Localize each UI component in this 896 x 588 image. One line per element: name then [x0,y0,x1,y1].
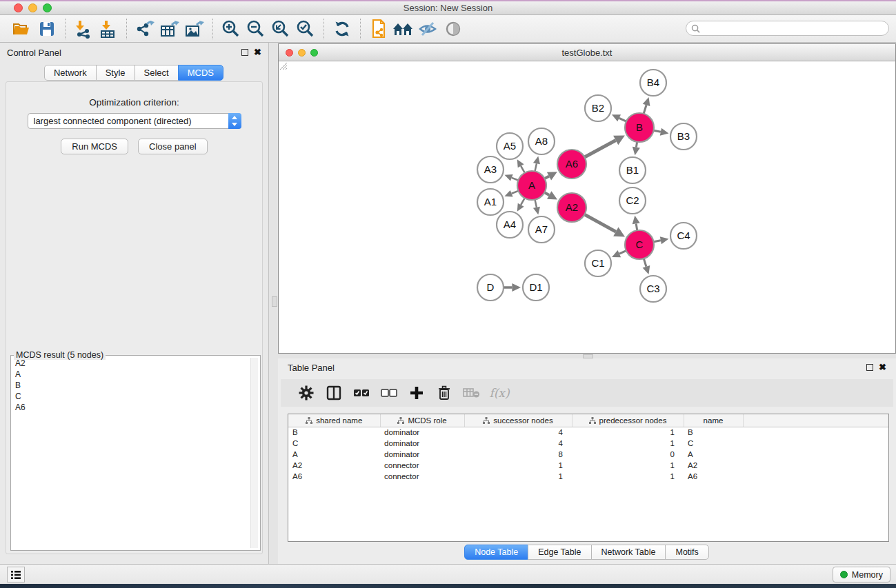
graph-edge-A-A6[interactable] [545,176,549,179]
table-cell[interactable]: 1 [572,460,684,471]
import-table-button[interactable] [96,17,121,41]
table-cell[interactable]: 1 [572,427,684,438]
close-window-button[interactable] [14,3,23,12]
open-session-button[interactable] [10,17,34,41]
table-cell[interactable]: B [684,427,743,438]
table-cell[interactable]: A [288,449,380,460]
zoom-fit-button[interactable] [268,17,293,41]
mcds-result-item[interactable]: C [13,391,258,402]
graph-edge-A-A3[interactable] [512,178,519,181]
close-panel-icon[interactable]: ✖ [254,49,261,56]
graph-edge-C-C4[interactable] [654,241,661,242]
show-all-button[interactable] [391,17,416,41]
table-options-button[interactable] [297,384,315,402]
tab-style[interactable]: Style [96,65,135,81]
tab-node-table[interactable]: Node Table [464,545,528,560]
graph-edge-C-C3[interactable] [644,258,646,267]
graph-edge-A-A5[interactable] [521,166,525,173]
maximize-window-button[interactable] [43,3,52,12]
tab-network-table[interactable]: Network Table [591,545,666,560]
table-row[interactable]: Cdominator41C [288,438,888,449]
close-panel-button[interactable]: Close panel [138,139,208,154]
graph-edge-A-A1[interactable] [512,191,519,194]
graph-edge-A-A2[interactable] [544,192,549,195]
graph-edge-C-C1[interactable] [619,251,626,254]
select-all-columns-button[interactable] [352,384,370,402]
graph-edge-B-B3[interactable] [654,130,661,132]
minimize-window-button[interactable] [28,3,37,12]
table-cell[interactable]: 8 [464,449,572,460]
node-table[interactable]: shared nameMCDS rolesuccessor nodesprede… [288,414,889,542]
tab-motifs[interactable]: Motifs [665,545,708,560]
column-header-predecessor-nodes[interactable]: predecessor nodes [572,414,684,427]
network-window-titlebar[interactable]: testGlobe.txt [279,44,895,61]
table-cell[interactable]: A [684,449,743,460]
search-box[interactable] [686,21,889,36]
delete-table-button[interactable] [463,384,481,402]
table-cell[interactable]: 1 [572,471,684,482]
search-input[interactable] [700,22,888,34]
graph-edge-B-B2[interactable] [619,118,626,121]
show-hidden-button[interactable] [441,17,466,41]
export-table-button[interactable] [157,17,182,41]
show-columns-button[interactable] [325,384,343,402]
refresh-button[interactable] [330,17,355,41]
memory-button[interactable]: Memory [833,567,890,582]
table-row[interactable]: Adominator80A [288,449,888,460]
import-network-button[interactable] [71,17,96,41]
run-mcds-button[interactable]: Run MCDS [61,139,128,154]
unselect-all-columns-button[interactable] [380,384,398,402]
graph-edge-C-C2[interactable] [636,223,637,230]
mcds-result-item[interactable]: A [13,369,258,380]
network-minimize-button[interactable] [298,49,306,57]
export-network-button[interactable] [132,17,157,41]
zoom-out-button[interactable] [243,17,268,41]
delete-columns-button[interactable] [435,384,453,402]
tab-mcds[interactable]: MCDS [178,65,223,81]
float-panel-icon[interactable] [241,49,248,56]
close-table-panel-icon[interactable]: ✖ [879,364,886,371]
network-from-selection-button[interactable] [366,17,391,41]
table-cell[interactable]: 1 [572,438,684,449]
table-cell[interactable]: dominator [380,449,464,460]
mcds-result-item[interactable]: B [13,380,258,391]
add-column-button[interactable] [408,384,426,402]
graph-edge-A-A8[interactable] [535,163,536,171]
table-row[interactable]: A6connector11A6 [288,471,888,482]
zoom-in-button[interactable] [219,17,243,41]
column-header-name[interactable]: name [684,414,743,427]
table-cell[interactable]: C [288,438,380,449]
table-cell[interactable]: B [288,427,380,438]
table-cell[interactable]: 4 [464,427,572,438]
mcds-result-item[interactable]: A2 [13,358,258,369]
tab-network[interactable]: Network [44,65,97,81]
column-header-MCDS-role[interactable]: MCDS role [380,414,464,427]
table-cell[interactable]: 1 [464,471,572,482]
table-cell[interactable]: connector [380,460,464,471]
table-cell[interactable]: dominator [380,427,464,438]
zoom-selected-button[interactable] [293,17,318,41]
result-scrollbar[interactable] [250,358,258,548]
tab-select[interactable]: Select [135,65,179,81]
save-session-button[interactable] [34,17,59,41]
task-history-button[interactable] [7,567,25,582]
hide-selected-button[interactable] [416,17,441,41]
table-cell[interactable]: A2 [684,460,743,471]
float-table-panel-icon[interactable] [866,364,873,371]
table-cell[interactable]: connector [380,471,464,482]
vertical-split-handle[interactable] [272,296,277,307]
table-cell[interactable]: A2 [288,460,380,471]
mcds-result-list[interactable]: A2ABCA6 [13,358,258,548]
graph-edge-B-B1[interactable] [636,142,637,148]
table-cell[interactable]: dominator [380,438,464,449]
column-header-successor-nodes[interactable]: successor nodes [464,414,572,427]
table-cell[interactable]: 0 [572,449,684,460]
function-builder-button[interactable]: f(x) [490,384,508,402]
table-cell[interactable]: 4 [464,438,572,449]
table-row[interactable]: A2connector11A2 [288,460,888,471]
graph-edge-A2-C[interactable] [584,214,615,232]
criterion-select[interactable]: largest connected component (directed) [28,113,241,129]
table-cell[interactable]: A6 [684,471,743,482]
network-canvas[interactable]: B4B2BB3A8A5A6B1A3AC2A1A2A4A7C4CC1C3DD1 [279,61,895,353]
export-image-button[interactable] [182,17,207,41]
